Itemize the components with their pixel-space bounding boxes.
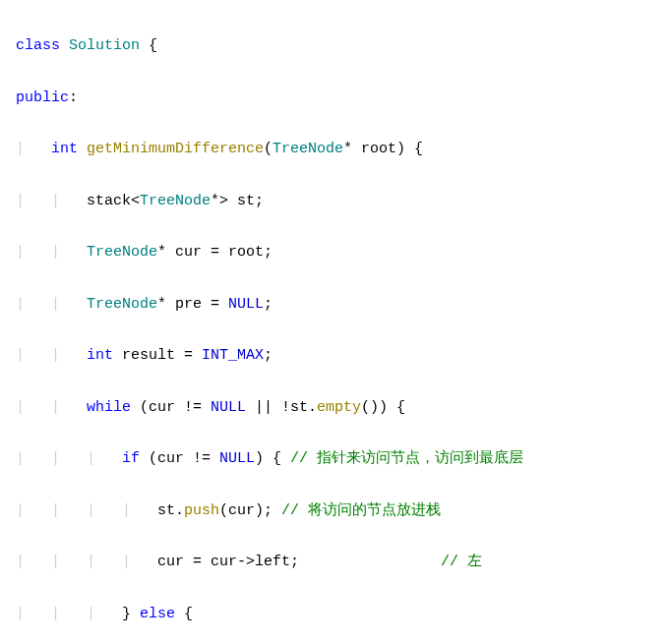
punct: (cur != <box>140 450 219 467</box>
constant: NULL <box>219 450 255 467</box>
code-text: stack< <box>87 193 140 209</box>
constant: NULL <box>211 399 246 416</box>
punct: || !st. <box>246 399 317 416</box>
code-line: | | while (cur != NULL || !st.empty()) { <box>16 395 667 421</box>
code-line: | | | } else { <box>16 602 667 627</box>
punct: ) { <box>255 450 290 467</box>
code-line: | | int result = INT_MAX; <box>16 343 667 369</box>
keyword-class: class <box>16 37 60 54</box>
punct: { <box>175 606 193 622</box>
keyword-public: public <box>16 89 69 106</box>
function-name: push <box>184 502 219 519</box>
punct: ; <box>264 296 273 313</box>
code-text: * cur = root; <box>157 244 273 261</box>
punct: : <box>69 89 78 106</box>
code-text: cur = cur->left; <box>157 554 441 570</box>
code-line: | | stack<TreeNode*> st; <box>16 189 667 214</box>
type-name: TreeNode <box>87 296 157 313</box>
type-name: TreeNode <box>273 141 343 157</box>
keyword-int: int <box>87 347 113 364</box>
keyword-else: else <box>140 606 175 622</box>
code-line: | int getMinimumDifference(TreeNode* roo… <box>16 137 667 162</box>
comment: // 左 <box>441 554 482 570</box>
keyword-while: while <box>87 399 131 416</box>
keyword-if: if <box>122 450 140 467</box>
code-line: | | | | st.push(cur); // 将访问的节点放进栈 <box>16 498 667 524</box>
code-line: | | TreeNode* pre = NULL; <box>16 292 667 318</box>
punct: (cur); <box>219 502 281 519</box>
type-name: TreeNode <box>87 244 157 261</box>
punct: (cur != <box>131 399 211 416</box>
comment: // 将访问的节点放进栈 <box>281 502 441 519</box>
type-name: TreeNode <box>140 193 211 209</box>
constant: NULL <box>228 296 264 313</box>
code-line: | | TreeNode* cur = root; <box>16 240 667 265</box>
comment: // 指针来访问节点，访问到最底层 <box>290 450 523 467</box>
function-name: getMinimumDifference <box>87 141 264 157</box>
punct: * root) { <box>343 141 423 157</box>
code-block: class Solution { public: | int getMinimu… <box>16 8 667 644</box>
code-text: *> st; <box>211 193 264 209</box>
code-line: | | | | cur = cur->left; // 左 <box>16 550 667 575</box>
constant: INT_MAX <box>202 347 264 364</box>
code-line: public: <box>16 86 667 111</box>
function-name: empty <box>317 399 361 416</box>
code-text: result = <box>113 347 202 364</box>
punct: ( <box>264 141 273 157</box>
code-text: st. <box>157 502 184 519</box>
code-text: * pre = <box>157 296 228 313</box>
code-line: | | | if (cur != NULL) { // 指针来访问节点，访问到最… <box>16 446 667 472</box>
punct: ; <box>264 347 273 364</box>
keyword-int: int <box>51 141 78 157</box>
punct: { <box>140 37 157 54</box>
punct: ()) { <box>361 399 405 416</box>
punct: } <box>122 606 140 622</box>
class-name: Solution <box>69 37 140 54</box>
code-line: class Solution { <box>16 33 667 59</box>
